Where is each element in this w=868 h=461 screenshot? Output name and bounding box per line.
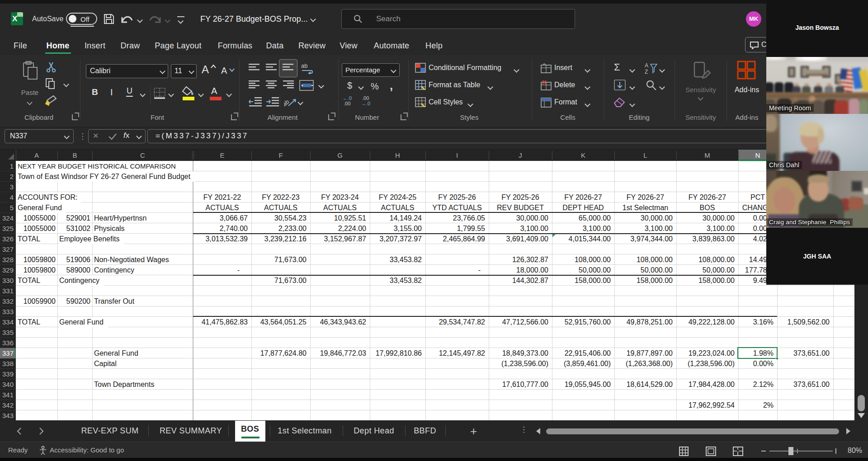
svg-text:ab: ab [284, 98, 290, 108]
svg-text:Z: Z [645, 69, 648, 74]
svg-text:A: A [645, 62, 648, 69]
svg-text:←.0: ←.0 [343, 95, 352, 101]
svg-text:.00: .00 [362, 95, 369, 101]
svg-text:→.0: →.0 [361, 101, 370, 106]
svg-text:.00: .00 [344, 101, 350, 106]
svg-text:ab: ab [301, 62, 307, 69]
